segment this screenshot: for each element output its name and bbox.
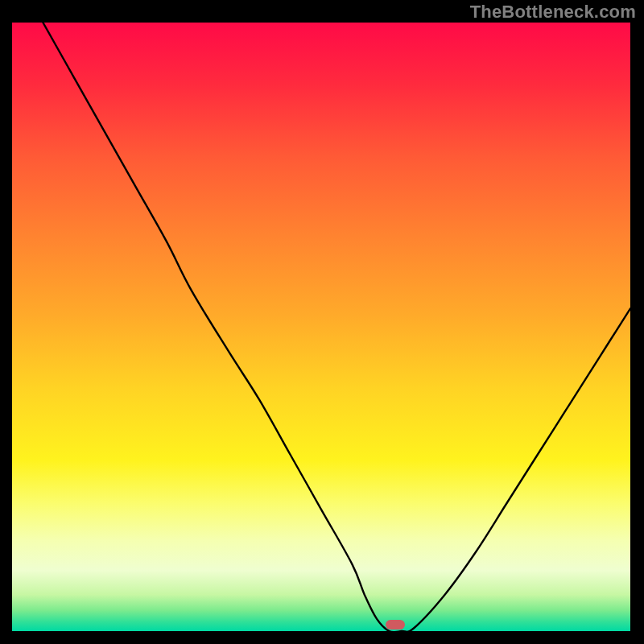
bottleneck-curve-path bbox=[43, 23, 630, 631]
plot-area bbox=[12, 23, 630, 631]
optimal-marker bbox=[386, 620, 406, 630]
watermark-text: TheBottleneck.com bbox=[470, 2, 636, 23]
bottleneck-curve-svg bbox=[12, 23, 630, 631]
chart-frame: TheBottleneck.com bbox=[0, 0, 644, 644]
